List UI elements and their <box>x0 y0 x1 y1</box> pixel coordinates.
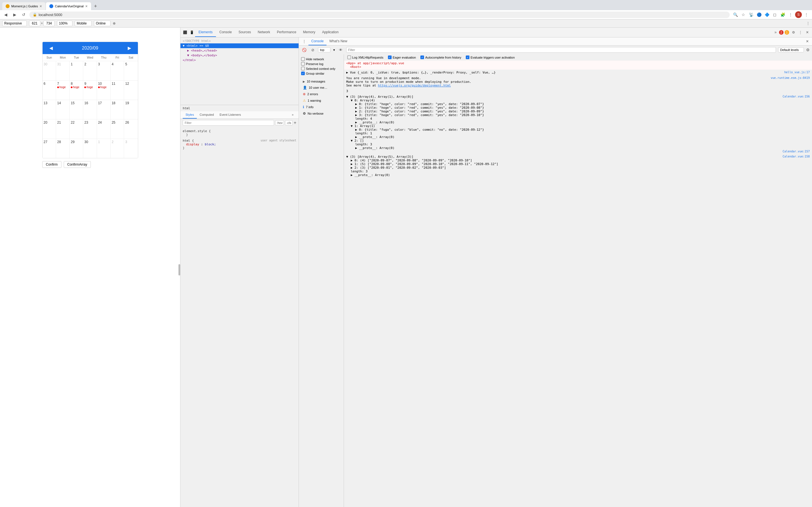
cal-cell[interactable]: 22 <box>70 119 83 138</box>
array1-item3[interactable]: ▶ 3: {title: "hoge", color: "red", commi… <box>355 113 810 117</box>
cal-cell[interactable]: 26 <box>124 119 138 138</box>
checkbox-group-similar[interactable]: ✓ Group similar <box>301 71 342 76</box>
checkbox-preserve-log[interactable]: Preserve log <box>301 61 342 66</box>
sidebar-item-verbose[interactable]: ⚙ No verbose <box>300 110 343 117</box>
extension-icon3[interactable]: ◻ <box>771 11 778 18</box>
cal-cell[interactable]: 11 <box>110 80 124 100</box>
console-tab-whats-new[interactable]: What's New <box>326 38 350 45</box>
devtools-tab-application[interactable]: Application <box>319 28 342 37</box>
cal-cell[interactable]: 6 <box>43 80 56 100</box>
tab-close-calendar[interactable]: × <box>85 4 87 8</box>
cal-cell[interactable]: 4 <box>110 61 124 80</box>
cal-cell[interactable]: 2 <box>83 61 97 80</box>
styles-plus-button[interactable]: + <box>294 120 296 125</box>
resize-handle[interactable] <box>179 264 180 276</box>
tab-calendar[interactable]: CalendarVueOriginal × <box>46 2 91 10</box>
cal-cell[interactable]: 19 <box>124 100 138 119</box>
responsive-bar-more[interactable]: ⋮ <box>806 21 810 25</box>
bookmark-icon[interactable]: ☆ <box>740 11 747 18</box>
html-line-close[interactable]: </html> <box>181 58 299 62</box>
console-options-icon[interactable]: ⋮ <box>300 38 308 45</box>
width-input[interactable] <box>29 20 40 26</box>
array1-item1[interactable]: ▶ 1: {title: "hoge", color: "red", commi… <box>355 106 810 110</box>
console-filter-input[interactable] <box>346 47 776 53</box>
cal-cell[interactable]: 14 <box>56 100 70 119</box>
checkbox-selected-context-box[interactable] <box>301 67 305 70</box>
cal-cell[interactable]: 8 hoge <box>70 80 83 100</box>
checkbox-group-similar-box[interactable]: ✓ <box>301 71 305 75</box>
styles-tab-styles[interactable]: Styles <box>183 111 197 119</box>
cal-cell[interactable]: 2 <box>110 139 124 158</box>
puzzle-icon[interactable]: 🧩 <box>779 11 786 18</box>
calendar-prev-button[interactable]: ◀ <box>47 45 55 51</box>
cal-cell[interactable]: 10 hoge <box>97 80 110 100</box>
devtools-tab-memory[interactable]: Memory <box>300 28 319 37</box>
sidebar-item-warnings[interactable]: ⚠ 1 warning <box>300 98 343 104</box>
cal-cell[interactable]: 21 <box>56 119 70 138</box>
cal-cell[interactable]: 18 <box>110 100 124 119</box>
array2-arr0[interactable]: ▶ 0: (4) ["2020-09-07", "2020-09-08", "2… <box>351 159 810 162</box>
checkbox-eval-triggers[interactable]: ✓ Evaluate triggers user activation <box>466 55 515 59</box>
devtools-tab-sources[interactable]: Sources <box>235 28 254 37</box>
confirm-array-button[interactable]: ConfirmArray <box>64 161 91 168</box>
cal-cell[interactable]: 27 <box>43 139 56 158</box>
new-tab-button[interactable]: + <box>92 2 100 10</box>
devtools-tab-console[interactable]: Console <box>216 28 235 37</box>
devtools-tab-elements[interactable]: Elements <box>195 28 216 37</box>
checkbox-log-xhr-box[interactable] <box>347 55 351 59</box>
extension-icon2[interactable]: 🔷 <box>763 11 770 18</box>
cal-cell[interactable]: 23 <box>83 119 97 138</box>
array2-source[interactable]: Calendar.vue:158 <box>783 155 810 159</box>
checkbox-preserve-log-box[interactable] <box>301 62 305 66</box>
cal-cell[interactable]: 15 <box>70 100 83 119</box>
cal-cell[interactable]: 3 <box>124 139 138 158</box>
devtools-more-icon[interactable]: ⋮ <box>797 29 804 36</box>
sidebar-item-info[interactable]: ℹ 7 info <box>300 104 343 110</box>
devtools-settings-icon[interactable]: ⚙ <box>790 29 797 36</box>
cal-cell[interactable]: 16 <box>83 100 97 119</box>
checkbox-eager-eval-box[interactable]: ✓ <box>388 55 392 59</box>
array1-item2[interactable]: ▶ 2: {title: "hoge", color: "red", commi… <box>355 110 810 113</box>
device-toolbar-icon[interactable]: 📱 <box>188 29 195 36</box>
html-line-head[interactable]: ▶ <head>…</head> <box>181 48 299 53</box>
cal-cell[interactable]: 28 <box>56 139 70 158</box>
user-avatar[interactable]: S <box>795 11 802 18</box>
style-source-agent[interactable]: user agent stylesheet <box>261 139 296 143</box>
cal-cell[interactable]: 17 <box>97 100 110 119</box>
more-icon[interactable]: ⋮ <box>787 11 794 18</box>
console-ban-icon[interactable]: 🚫 <box>301 47 307 53</box>
styles-cls-button[interactable]: .cls <box>285 120 293 125</box>
array1-arr1-proto[interactable]: ▶ __proto__: Array(0) <box>355 135 810 139</box>
checkbox-autocomplete[interactable]: ✓ Autocomplete from history <box>420 55 461 59</box>
styles-tab-more[interactable]: » <box>289 111 296 119</box>
confirm-button[interactable]: Confirm <box>42 161 61 168</box>
reload-button[interactable]: ↺ <box>20 11 27 18</box>
console-close-button[interactable]: × <box>804 38 811 45</box>
array2-arr1[interactable]: ▶ 1: (5) ["2020-09-08", "2020-09-09", "2… <box>351 162 810 166</box>
cal-cell[interactable]: 9 hoge <box>83 80 97 100</box>
checkbox-eval-triggers-box[interactable]: ✓ <box>466 55 469 59</box>
console-context-arrow[interactable]: ▼ <box>333 48 336 52</box>
styles-tab-computed[interactable]: Computed <box>197 111 217 119</box>
url-bar[interactable]: 🔒 localhost:5000 <box>29 11 730 18</box>
cal-cell[interactable]: 12 <box>124 80 138 100</box>
devtools-close-icon[interactable]: × <box>804 29 811 36</box>
array1-source2[interactable]: Calendar.vue:157 <box>783 150 810 153</box>
inspect-element-icon[interactable]: ⬛ <box>182 29 188 36</box>
cal-cell[interactable]: 31 <box>56 61 70 80</box>
tab-moment[interactable]: Moment.js | Guides × <box>2 2 45 10</box>
console-eye-icon[interactable]: 👁 <box>338 47 344 53</box>
menu-icon[interactable]: ⋮ <box>803 11 810 18</box>
checkbox-eager-eval[interactable]: ✓ Eager evaluation <box>388 55 416 59</box>
cal-cell[interactable]: 30 <box>43 61 56 80</box>
cal-cell[interactable]: 13 <box>43 100 56 119</box>
devtools-tab-network[interactable]: Network <box>254 28 273 37</box>
vue-dev-link[interactable]: https://vuejs.org/guide/deployment.html <box>378 83 451 87</box>
styles-tab-event-listeners[interactable]: Event Listeners <box>217 111 244 119</box>
vue-object-source[interactable]: hello_vue.js:17 <box>784 71 810 74</box>
cal-cell[interactable]: 7 hoge <box>56 80 70 100</box>
cal-cell[interactable]: 3 <box>97 61 110 80</box>
calendar-next-button[interactable]: ▶ <box>125 45 133 51</box>
sidebar-item-user[interactable]: 👤 10 user me… <box>300 84 343 91</box>
cal-cell[interactable]: 1 <box>97 139 110 158</box>
